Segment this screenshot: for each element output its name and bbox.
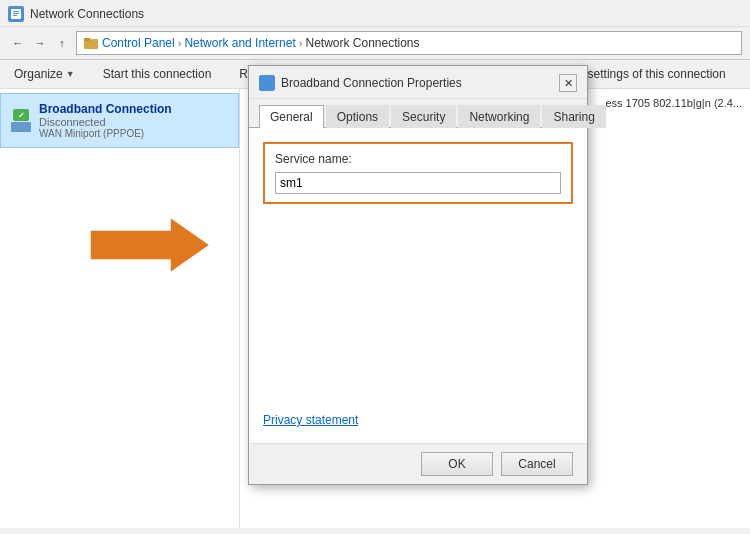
connection-sub-info: WAN Miniport (PPPOE)	[39, 128, 172, 139]
dialog-icon	[259, 75, 275, 91]
address-path: Control Panel › Network and Internet › N…	[76, 31, 742, 55]
path-network-internet[interactable]: Network and Internet	[184, 36, 295, 50]
organize-dropdown-icon: ▼	[66, 69, 75, 79]
connection-text: Broadband Connection Disconnected WAN Mi…	[39, 102, 172, 139]
path-control-panel[interactable]: Control Panel	[102, 36, 175, 50]
service-name-label: Service name:	[275, 152, 561, 166]
connection-adapter-icon	[11, 122, 31, 132]
connection-status-icon: ✓	[13, 109, 29, 121]
properties-dialog: Broadband Connection Properties ✕ Genera…	[248, 65, 588, 485]
left-panel: ✓ Broadband Connection Disconnected WAN …	[0, 89, 240, 528]
svg-rect-1	[13, 11, 19, 12]
window-icon	[8, 6, 24, 22]
back-button[interactable]: ←	[8, 33, 28, 53]
nav-buttons: ← → ↑	[8, 33, 72, 53]
dialog-close-button[interactable]: ✕	[559, 74, 577, 92]
organize-button[interactable]: Organize ▼	[8, 64, 81, 84]
arrow-annotation	[90, 215, 210, 278]
dialog-title-left: Broadband Connection Properties	[259, 75, 462, 91]
tab-options[interactable]: Options	[326, 105, 389, 128]
dialog-spacer	[263, 214, 573, 403]
forward-button[interactable]: →	[30, 33, 50, 53]
ok-button[interactable]: OK	[421, 452, 493, 476]
start-connection-button[interactable]: Start this connection	[97, 64, 218, 84]
title-bar: Network Connections	[0, 0, 750, 27]
window-title: Network Connections	[30, 7, 144, 21]
privacy-statement-link[interactable]: Privacy statement	[263, 413, 573, 427]
address-bar: ← → ↑ Control Panel › Network and Intern…	[0, 27, 750, 60]
dialog-footer: OK Cancel	[249, 443, 587, 484]
connection-item[interactable]: ✓ Broadband Connection Disconnected WAN …	[0, 93, 239, 148]
tab-networking[interactable]: Networking	[458, 105, 540, 128]
svg-rect-2	[13, 13, 19, 14]
path-current: Network Connections	[305, 36, 419, 50]
arrow-icon	[90, 215, 210, 275]
cancel-button[interactable]: Cancel	[501, 452, 573, 476]
connection-icon-wrap: ✓	[11, 109, 31, 132]
tab-security[interactable]: Security	[391, 105, 456, 128]
dialog-titlebar: Broadband Connection Properties ✕	[249, 66, 587, 99]
folder-icon	[83, 35, 99, 51]
connection-name: Broadband Connection	[39, 102, 172, 116]
tab-general[interactable]: General	[259, 105, 324, 128]
dialog-tabs: General Options Security Networking Shar…	[249, 99, 587, 128]
svg-rect-5	[84, 38, 90, 41]
connection-status: Disconnected	[39, 116, 172, 128]
dialog-body: Service name: Privacy statement	[249, 128, 587, 443]
up-button[interactable]: ↑	[52, 33, 72, 53]
svg-rect-3	[13, 15, 17, 16]
service-name-group: Service name:	[263, 142, 573, 204]
svg-marker-6	[90, 217, 210, 273]
tab-sharing[interactable]: Sharing	[542, 105, 605, 128]
service-name-input[interactable]	[275, 172, 561, 194]
dialog-title: Broadband Connection Properties	[281, 76, 462, 90]
